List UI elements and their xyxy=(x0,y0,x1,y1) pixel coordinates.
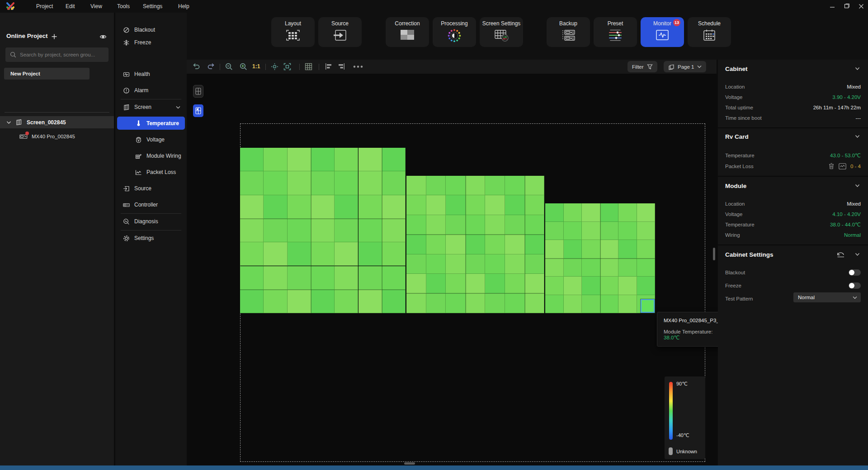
temperature-cell[interactable] xyxy=(311,266,335,290)
menu-project[interactable]: Project xyxy=(33,0,56,13)
packet-loss-chart-icon[interactable] xyxy=(839,163,846,169)
temperature-cell[interactable] xyxy=(359,148,382,171)
temperature-cell[interactable] xyxy=(426,176,446,195)
temperature-cell[interactable] xyxy=(582,258,600,277)
temperature-cell[interactable] xyxy=(426,274,446,293)
temperature-cell[interactable] xyxy=(406,274,426,293)
temperature-cell[interactable] xyxy=(311,171,335,195)
temperature-cell[interactable] xyxy=(637,258,656,277)
temperature-cell[interactable] xyxy=(545,222,564,240)
ribbon-monitor-button[interactable]: Monitor 13 xyxy=(641,17,684,47)
temperature-cell[interactable] xyxy=(525,235,545,254)
chevron-down-icon[interactable] xyxy=(176,106,180,109)
ribbon-preset-button[interactable]: Preset xyxy=(594,17,637,47)
temperature-cell[interactable] xyxy=(564,240,582,258)
menu-view[interactable]: View xyxy=(88,0,105,13)
temperature-cell[interactable] xyxy=(264,171,287,195)
temperature-cell[interactable] xyxy=(582,203,600,222)
close-button[interactable] xyxy=(854,0,868,13)
ribbon-schedule-button[interactable]: Schedule xyxy=(688,17,731,47)
menu-settings[interactable]: Settings xyxy=(140,0,165,13)
temperature-cell[interactable] xyxy=(240,266,264,290)
temperature-cell[interactable] xyxy=(564,277,582,295)
temperature-cell[interactable] xyxy=(382,171,406,195)
temperature-cell[interactable] xyxy=(446,274,466,293)
search-input[interactable] xyxy=(5,47,108,62)
nav-item-voltage[interactable]: Voltage xyxy=(115,134,187,146)
ribbon-layout-button[interactable]: Layout xyxy=(271,17,315,47)
temperature-cell[interactable] xyxy=(359,242,382,266)
temperature-cell[interactable] xyxy=(618,240,637,258)
temperature-cell[interactable] xyxy=(466,274,486,293)
temperature-cell[interactable] xyxy=(637,240,656,258)
ribbon-source-button[interactable]: Source xyxy=(318,17,362,47)
temperature-cell[interactable] xyxy=(446,215,466,235)
temperature-cell[interactable] xyxy=(359,290,382,313)
temperature-cell[interactable] xyxy=(382,266,406,290)
temperature-cell[interactable] xyxy=(618,222,637,240)
nav-item-settings[interactable]: Settings xyxy=(115,232,187,244)
temperature-cell[interactable] xyxy=(264,195,287,219)
temperature-cell[interactable] xyxy=(485,215,505,235)
temperature-cell[interactable] xyxy=(288,266,311,290)
temperature-cell[interactable] xyxy=(426,293,446,313)
temperature-cell[interactable] xyxy=(545,258,564,277)
temperature-cell[interactable] xyxy=(637,222,656,240)
temperature-cell[interactable] xyxy=(311,148,335,171)
tree-item-device[interactable]: MX40 Pro_002845 xyxy=(0,130,114,142)
chevron-down-icon[interactable] xyxy=(855,135,860,138)
temperature-cell[interactable] xyxy=(359,195,382,219)
temperature-cell[interactable] xyxy=(288,148,311,171)
chevron-down-icon[interactable] xyxy=(855,67,860,70)
temperature-cell[interactable] xyxy=(564,222,582,240)
temperature-cell[interactable] xyxy=(406,235,426,254)
temperature-cell[interactable] xyxy=(406,293,426,313)
temperature-cell[interactable] xyxy=(382,219,406,242)
temperature-cell[interactable] xyxy=(426,235,446,254)
temperature-cell[interactable] xyxy=(311,195,335,219)
temperature-cell[interactable] xyxy=(505,215,525,235)
nav-item-diagnosis[interactable]: Diagnosis xyxy=(115,216,187,227)
ribbon-screen-settings-button[interactable]: Screen Settings xyxy=(480,17,523,47)
chevron-down-icon[interactable] xyxy=(855,184,860,188)
temperature-cell[interactable] xyxy=(426,215,446,235)
menu-edit[interactable]: Edit xyxy=(63,0,78,13)
temperature-cell[interactable] xyxy=(264,242,287,266)
test-pattern-select[interactable]: Normal xyxy=(793,292,861,302)
temperature-cell[interactable] xyxy=(335,195,358,219)
tree-item-screen[interactable]: Screen_002845 xyxy=(0,116,114,128)
reset-undo-icon[interactable] xyxy=(836,251,845,258)
eye-visibility-icon[interactable] xyxy=(99,34,107,40)
temperature-cell[interactable] xyxy=(618,277,637,295)
temperature-cell[interactable] xyxy=(311,290,335,313)
nav-item-health[interactable]: Health xyxy=(115,68,187,80)
new-project-item[interactable]: New Project xyxy=(4,68,90,80)
freeze-toggle[interactable] xyxy=(849,282,861,289)
temperature-cell[interactable] xyxy=(545,240,564,258)
temperature-cell[interactable] xyxy=(335,171,358,195)
temperature-cell[interactable] xyxy=(446,235,466,254)
temperature-cell[interactable] xyxy=(288,290,311,313)
temperature-cell[interactable] xyxy=(264,266,287,290)
temperature-cell[interactable] xyxy=(359,171,382,195)
clear-packet-loss-icon[interactable] xyxy=(828,163,835,169)
temperature-cell[interactable] xyxy=(446,293,466,313)
temperature-cell[interactable] xyxy=(485,176,505,195)
selected-module-cell[interactable] xyxy=(641,299,655,313)
temperature-cell[interactable] xyxy=(359,266,382,290)
nav-item-controller[interactable]: Controller xyxy=(115,199,187,211)
temperature-cell[interactable] xyxy=(335,266,358,290)
temperature-cell[interactable] xyxy=(525,293,545,313)
temperature-cell[interactable] xyxy=(264,290,287,313)
temperature-cell[interactable] xyxy=(406,215,426,235)
temperature-cell[interactable] xyxy=(426,254,446,274)
temperature-cell[interactable] xyxy=(618,203,637,222)
temperature-cell[interactable] xyxy=(505,293,525,313)
temperature-cell[interactable] xyxy=(288,195,311,219)
temperature-cell[interactable] xyxy=(600,295,619,314)
temperature-cell[interactable] xyxy=(525,215,545,235)
temperature-cell[interactable] xyxy=(485,293,505,313)
temperature-cell[interactable] xyxy=(600,222,619,240)
temperature-cell[interactable] xyxy=(485,235,505,254)
blackout-toggle[interactable] xyxy=(849,269,861,276)
